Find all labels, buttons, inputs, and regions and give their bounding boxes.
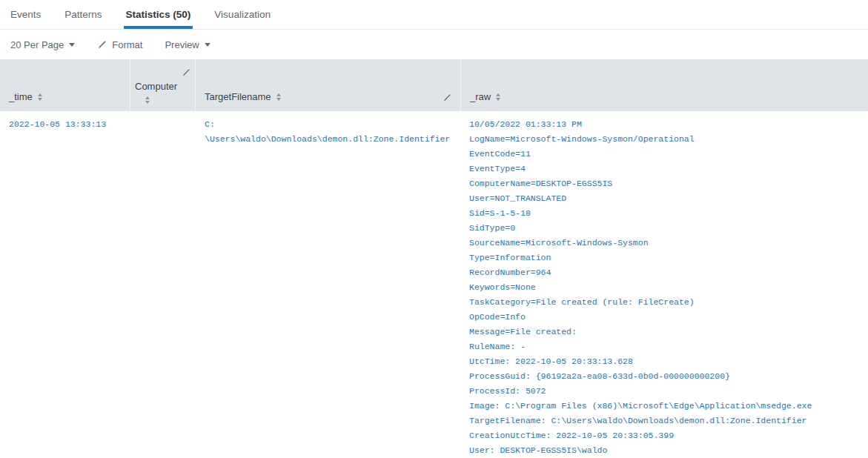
column-label: Computer — [135, 81, 177, 92]
format-label: Format — [112, 39, 142, 50]
format-button[interactable]: Format — [97, 39, 142, 50]
per-page-label: 20 Per Page — [10, 39, 64, 50]
preview-label: Preview — [165, 39, 199, 50]
sort-icon — [38, 93, 42, 101]
column-label: _raw — [470, 91, 491, 102]
column-header-time[interactable]: _time — [0, 59, 130, 111]
column-label: _time — [9, 91, 33, 102]
statistics-table-header: _time Computer TargetFilename — [0, 59, 868, 111]
statistics-toolbar: 20 Per Page Format Preview — [0, 30, 868, 59]
column-header-targetfilename[interactable]: TargetFilename — [195, 59, 460, 111]
sort-icon — [276, 93, 281, 101]
per-page-dropdown[interactable]: 20 Per Page — [10, 39, 75, 50]
chevron-down-icon — [205, 43, 211, 47]
tab-statistics[interactable]: Statistics (50) — [126, 0, 191, 29]
cell-raw[interactable]: 10/05/2022 01:33:13 PM LogName=Microsoft… — [460, 111, 868, 458]
results-tabbar: Events Patterns Statistics (50) Visualiz… — [0, 0, 868, 30]
tab-patterns[interactable]: Patterns — [64, 0, 102, 29]
cell-targetfilename[interactable]: C: \Users\waldo\Downloads\demon.dll:Zone… — [195, 111, 460, 458]
pencil-icon — [97, 40, 107, 50]
cell-time[interactable]: 2022-10-05 13:33:13 — [0, 111, 130, 458]
table-row: 2022-10-05 13:33:13 C: \Users\waldo\Down… — [0, 111, 868, 458]
edit-column-icon[interactable] — [182, 68, 191, 77]
preview-dropdown[interactable]: Preview — [165, 39, 210, 50]
tab-events[interactable]: Events — [10, 0, 41, 29]
cell-computer[interactable] — [130, 111, 195, 458]
column-label: TargetFilename — [205, 91, 271, 102]
sort-icon — [496, 93, 500, 101]
sort-icon — [145, 96, 150, 104]
chevron-down-icon — [69, 43, 75, 47]
column-header-raw[interactable]: _raw — [460, 59, 868, 111]
column-header-computer[interactable]: Computer — [130, 59, 195, 111]
edit-column-icon[interactable] — [443, 93, 451, 102]
tab-visualization[interactable]: Visualization — [214, 0, 271, 29]
